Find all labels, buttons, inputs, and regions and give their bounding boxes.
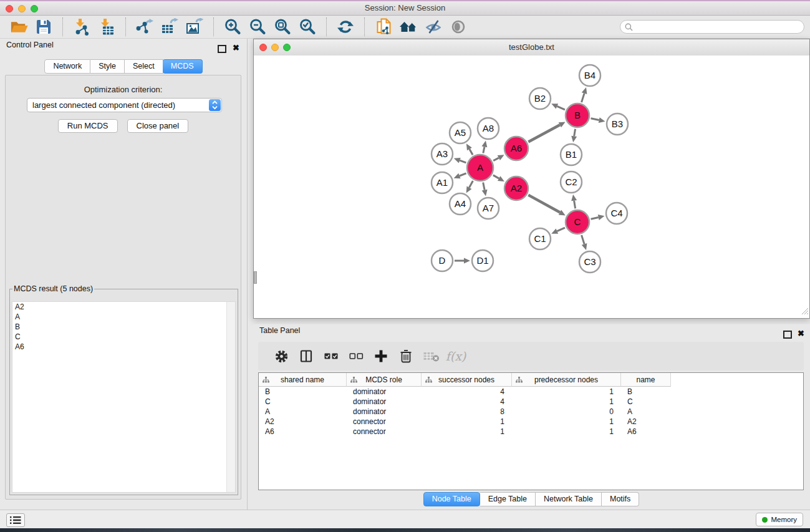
edge-C-C4[interactable] xyxy=(591,215,604,220)
table-row[interactable]: Cdominator41C xyxy=(259,397,803,407)
network-canvas[interactable]: B4B2BB3A5A8A6A3B1AA1C2A2A4A7CC4C1C3DD1 xyxy=(254,56,809,318)
node-B1[interactable]: B1 xyxy=(561,144,582,165)
show-all-icon[interactable] xyxy=(446,17,471,37)
table-cell[interactable]: A xyxy=(621,407,671,417)
node-B3[interactable]: B3 xyxy=(607,114,628,135)
edge-A-A3[interactable] xyxy=(454,158,466,163)
table-cell[interactable]: connector xyxy=(347,427,422,437)
close-panel-icon[interactable]: ✖ xyxy=(233,43,239,52)
float-table-panel-icon[interactable] xyxy=(783,331,792,339)
node-B[interactable]: B xyxy=(566,104,589,127)
table-cell[interactable]: connector xyxy=(347,417,422,427)
memory-button[interactable]: Memory xyxy=(756,513,803,526)
table-cell[interactable]: A xyxy=(259,407,347,417)
export-image-icon[interactable] xyxy=(182,17,207,37)
mcds-result-item[interactable]: A xyxy=(12,312,235,322)
close-window-light[interactable] xyxy=(6,5,13,12)
table-cell[interactable]: A2 xyxy=(621,417,671,427)
table-cell[interactable]: B xyxy=(621,387,671,397)
node-D1[interactable]: D1 xyxy=(472,250,493,271)
tab-style[interactable]: Style xyxy=(90,59,125,74)
edge-B-B2[interactable] xyxy=(551,104,565,110)
node-C[interactable]: C xyxy=(566,210,589,234)
node-A7[interactable]: A7 xyxy=(478,198,499,219)
tab-network-table[interactable]: Network Table xyxy=(536,492,602,506)
save-session-icon[interactable] xyxy=(31,17,56,37)
hide-selected-icon[interactable] xyxy=(421,17,446,37)
table-cell[interactable]: dominator xyxy=(347,407,422,417)
node-A[interactable]: A xyxy=(467,155,493,181)
edge-A-A2[interactable] xyxy=(493,175,504,181)
show-columns-icon[interactable] xyxy=(294,349,319,363)
resize-grip-icon[interactable] xyxy=(800,306,809,317)
table-cell[interactable]: 1 xyxy=(422,417,512,427)
node-B2[interactable]: B2 xyxy=(529,88,551,109)
edge-B-B3[interactable] xyxy=(591,117,605,123)
table-mode-icon[interactable] xyxy=(269,349,294,364)
tab-select[interactable]: Select xyxy=(125,59,163,74)
export-table-icon[interactable] xyxy=(157,17,182,37)
column-header-name[interactable]: name xyxy=(621,373,671,387)
node-C4[interactable]: C4 xyxy=(606,203,627,224)
zoom-window-light[interactable] xyxy=(31,5,38,12)
zoom-fit-icon[interactable] xyxy=(270,17,295,37)
optimization-criterion-select[interactable]: largest connected component (directed) xyxy=(27,98,222,112)
edge-C-C1[interactable] xyxy=(551,228,565,234)
export-network-icon[interactable] xyxy=(132,17,157,37)
first-neighbors-icon[interactable] xyxy=(396,17,421,37)
select-all-icon[interactable] xyxy=(319,352,344,360)
node-C3[interactable]: C3 xyxy=(579,251,600,273)
add-column-icon[interactable] xyxy=(369,349,393,363)
edge-A-A7[interactable] xyxy=(482,183,488,196)
zoom-out-icon[interactable] xyxy=(245,17,270,37)
import-table-icon[interactable] xyxy=(94,17,119,37)
search-field[interactable] xyxy=(620,20,804,34)
network-close-light[interactable] xyxy=(259,44,267,51)
edge-D-D1[interactable] xyxy=(455,258,470,264)
node-C1[interactable]: C1 xyxy=(529,228,551,249)
delete-column-icon[interactable] xyxy=(393,349,418,364)
table-cell[interactable]: 1 xyxy=(512,387,621,397)
search-input[interactable] xyxy=(636,22,799,32)
run-mcds-button[interactable]: Run MCDS xyxy=(58,119,118,133)
task-history-button[interactable] xyxy=(6,513,25,527)
mcds-result-item[interactable]: B xyxy=(12,322,235,332)
edge-B-B4[interactable] xyxy=(582,87,587,102)
node-A8[interactable]: A8 xyxy=(478,118,499,139)
table-cell[interactable]: 1 xyxy=(512,417,621,427)
node-A3[interactable]: A3 xyxy=(432,143,453,165)
node-A5[interactable]: A5 xyxy=(450,122,471,143)
close-table-panel-icon[interactable]: ✖ xyxy=(798,329,804,338)
table-cell[interactable]: C xyxy=(621,397,671,407)
column-header-shared-name[interactable]: shared name xyxy=(259,373,347,387)
table-cell[interactable]: 1 xyxy=(422,427,512,437)
edge-A-A4[interactable] xyxy=(466,181,473,193)
node-D[interactable]: D xyxy=(432,250,453,271)
node-A1[interactable]: A1 xyxy=(432,172,453,193)
deselect-all-icon[interactable] xyxy=(344,352,369,360)
column-header-successor-nodes[interactable]: successor nodes xyxy=(422,373,512,387)
table-row[interactable]: Bdominator41B xyxy=(259,387,803,397)
new-network-from-selection-icon[interactable] xyxy=(371,17,396,37)
refresh-layout-icon[interactable] xyxy=(333,17,358,37)
table-cell[interactable]: A6 xyxy=(259,427,347,437)
zoom-selected-icon[interactable] xyxy=(295,17,320,37)
edge-A6-B[interactable] xyxy=(528,122,565,142)
mcds-result-item[interactable]: C xyxy=(12,332,235,342)
mcds-result-item[interactable]: A2 xyxy=(12,302,235,312)
table-cell[interactable]: 4 xyxy=(422,387,512,397)
node-B4[interactable]: B4 xyxy=(579,65,600,86)
node-C2[interactable]: C2 xyxy=(561,172,582,193)
node-A4[interactable]: A4 xyxy=(450,193,471,215)
network-minimize-light[interactable] xyxy=(271,44,279,51)
table-row[interactable]: A2connector11A2 xyxy=(259,417,803,427)
result-list-scrollbar[interactable] xyxy=(226,302,235,492)
tab-edge-table[interactable]: Edge Table xyxy=(480,492,536,506)
node-A6[interactable]: A6 xyxy=(504,137,528,160)
table-cell[interactable]: C xyxy=(259,397,347,407)
open-file-icon[interactable] xyxy=(6,17,31,37)
table-cell[interactable]: dominator xyxy=(347,397,422,407)
table-cell[interactable]: B xyxy=(259,387,347,397)
table-row[interactable]: A6connector11A6 xyxy=(259,427,803,437)
edge-A-A8[interactable] xyxy=(482,141,488,153)
